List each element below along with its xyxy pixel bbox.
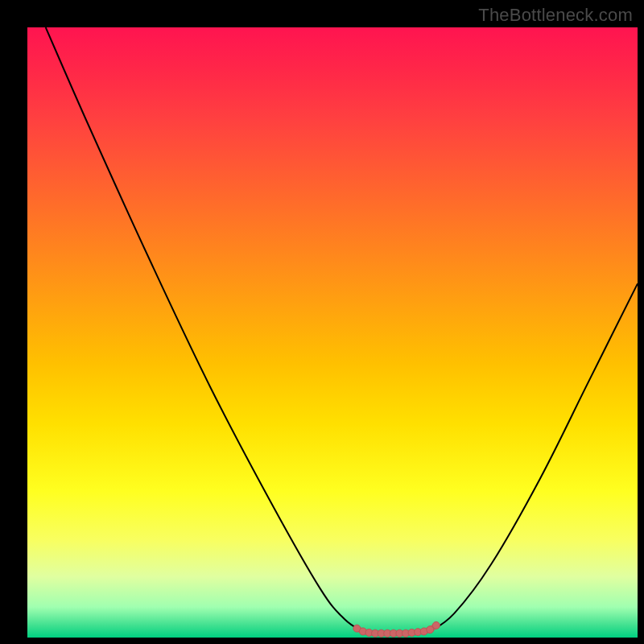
chart-curves	[27, 27, 638, 638]
left-branch-curve	[46, 27, 363, 631]
chart-frame	[0, 0, 644, 644]
plot-area	[27, 27, 638, 638]
watermark-text: TheBottleneck.com	[478, 5, 633, 26]
flat-segment-dots	[353, 621, 440, 637]
right-branch-curve	[430, 283, 638, 631]
marker-dot	[432, 621, 440, 629]
